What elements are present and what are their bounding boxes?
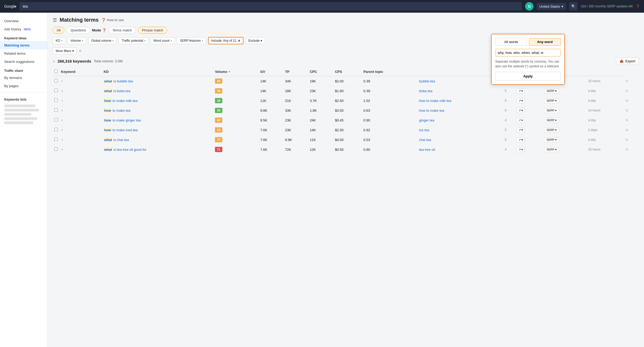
- sidebar-item-matching-terms[interactable]: Matching terms: [0, 41, 47, 49]
- global-volume-filter[interactable]: Global volume ▾: [88, 37, 117, 44]
- parent-topic-link[interactable]: tea tree oil: [419, 148, 435, 152]
- parent-topic-link[interactable]: bubble tea: [419, 79, 435, 83]
- sparkline-button[interactable]: ↗ ▾: [517, 128, 525, 133]
- kd-badge: 30: [215, 108, 222, 113]
- tab-terms-match[interactable]: Terms match: [108, 27, 136, 34]
- th-kd[interactable]: KD: [102, 67, 213, 76]
- refresh-icon[interactable]: ↻: [626, 118, 628, 122]
- serp-button[interactable]: SERP ▾: [544, 88, 559, 93]
- keyword-link[interactable]: how to make milk tea: [104, 99, 137, 103]
- sparkline-button[interactable]: ↗ ▾: [517, 108, 525, 113]
- row-refresh-cell: ↻: [624, 106, 639, 115]
- refresh-icon[interactable]: ↻: [626, 109, 628, 112]
- parent-topic-link[interactable]: how to make tea: [419, 109, 444, 112]
- traffic-potential-filter[interactable]: Traffic potential ▾: [119, 37, 148, 44]
- sidebar-item-search-suggestions[interactable]: Search suggestions: [0, 58, 47, 66]
- row-checkbox-3[interactable]: [54, 108, 58, 112]
- parent-topic-link[interactable]: ginger tea: [419, 118, 434, 122]
- sidebar-item-ads-history[interactable]: Ads history BETA: [0, 25, 47, 33]
- row-checkbox-0[interactable]: [54, 79, 58, 82]
- refresh-icon[interactable]: ↻: [626, 128, 628, 132]
- refresh-icon[interactable]: ↻: [626, 148, 628, 152]
- add-keyword-icon[interactable]: +: [61, 89, 63, 93]
- keyword-link[interactable]: how to make iced tea: [104, 128, 138, 132]
- sidebar-item-by-pages[interactable]: By pages: [0, 82, 47, 90]
- row-checkbox-4[interactable]: [54, 118, 58, 121]
- include-filter-close-icon[interactable]: ×: [238, 39, 240, 43]
- more-filters-button[interactable]: More filters ▾: [53, 48, 77, 54]
- any-word-toggle[interactable]: Any word: [529, 38, 561, 46]
- clear-filters-button[interactable]: ×: [79, 49, 81, 53]
- parent-topic-link[interactable]: chai tea: [419, 138, 431, 142]
- add-keyword-icon[interactable]: +: [61, 118, 63, 122]
- add-keyword-icon[interactable]: +: [61, 128, 63, 132]
- refresh-icon[interactable]: ↻: [626, 138, 628, 142]
- include-popup: All words Any word Separate multiple wor…: [491, 34, 565, 85]
- serp-button[interactable]: SERP ▾: [544, 108, 559, 113]
- region-selector[interactable]: United States ▾: [537, 3, 566, 10]
- add-keyword-icon[interactable]: +: [61, 138, 63, 142]
- refresh-icon[interactable]: ↻: [626, 99, 628, 103]
- parent-topic-link[interactable]: boba tea: [419, 89, 432, 93]
- keyword-link[interactable]: how to make ginger tea: [104, 118, 141, 123]
- add-keyword-icon[interactable]: +: [61, 79, 63, 83]
- row-cpc-cell: $1.60: [333, 86, 362, 96]
- refresh-icon[interactable]: ↻: [626, 79, 628, 83]
- engine-selector[interactable]: Google ▾: [4, 4, 16, 8]
- sparkline-button[interactable]: ↗ ▾: [517, 147, 525, 152]
- sparkline-button[interactable]: ↗ ▾: [517, 137, 525, 142]
- add-keyword-icon[interactable]: +: [61, 108, 63, 112]
- include-filter-button[interactable]: Include: Any of 11 ×: [208, 37, 243, 44]
- popup-apply-button[interactable]: Apply: [495, 72, 561, 81]
- search-button[interactable]: 🔍: [569, 2, 578, 11]
- include-keywords-input[interactable]: [495, 49, 561, 57]
- search-input[interactable]: [20, 2, 522, 11]
- parent-topic-link[interactable]: ice tea: [419, 128, 429, 132]
- add-keyword-icon[interactable]: +: [61, 147, 63, 152]
- row-volume-cell: 7.6K: [259, 145, 283, 154]
- sparkline-button[interactable]: ↗ ▾: [517, 88, 525, 93]
- th-volume[interactable]: Volume ▼: [213, 67, 259, 76]
- tab-all[interactable]: All: [53, 27, 64, 34]
- word-count-filter[interactable]: Word count ▾: [151, 37, 175, 44]
- serp-button[interactable]: SERP ▾: [544, 137, 559, 142]
- export-button[interactable]: 📤 Export: [616, 58, 639, 65]
- parent-topic-link[interactable]: how to make milk tea: [419, 99, 451, 103]
- row-checkbox-7[interactable]: [54, 147, 58, 151]
- row-checkbox-5[interactable]: [54, 128, 58, 131]
- th-select-all[interactable]: [53, 67, 59, 76]
- sparkline-button[interactable]: ↗ ▾: [517, 118, 525, 123]
- select-all-checkbox[interactable]: [54, 69, 58, 73]
- keyword-link[interactable]: how to make tea: [104, 108, 131, 113]
- hamburger-icon[interactable]: ☰: [53, 17, 57, 23]
- how-to-use-link[interactable]: ❓ How to use: [101, 18, 124, 22]
- sidebar-item-by-domains[interactable]: By domains: [0, 74, 47, 82]
- row-checkbox-1[interactable]: [54, 89, 58, 92]
- keyword-link[interactable]: what is tea tree oil good for: [104, 147, 146, 152]
- keyword-link[interactable]: what is chai tea: [104, 138, 129, 142]
- sidebar-item-overview[interactable]: Overview: [0, 17, 47, 25]
- serp-arrow-icon: ▾: [555, 128, 557, 132]
- serp-button[interactable]: SERP ▾: [544, 98, 559, 103]
- serp-button[interactable]: SERP ▾: [544, 147, 559, 152]
- table-row: + how to make iced tea 33 7.6K 23K 14K $…: [53, 125, 639, 135]
- exclude-filter-button[interactable]: Exclude ▾: [246, 37, 265, 44]
- all-words-toggle[interactable]: All words: [495, 38, 527, 46]
- sidebar-item-related-terms[interactable]: Related terms: [0, 49, 47, 58]
- help-icon[interactable]: ❓: [636, 4, 640, 8]
- sparkline-button[interactable]: ↗ ▾: [517, 98, 525, 103]
- serp-button[interactable]: SERP ▾: [544, 118, 559, 123]
- kd-filter[interactable]: KD ▾: [53, 37, 65, 44]
- row-kd-cell: 30: [213, 106, 259, 115]
- keyword-link[interactable]: what is boba tea: [104, 89, 130, 93]
- row-checkbox-2[interactable]: [54, 99, 58, 102]
- volume-filter[interactable]: Volume ▾: [68, 37, 86, 44]
- row-checkbox-6[interactable]: [54, 138, 58, 141]
- serp-button[interactable]: SERP ▾: [544, 128, 559, 133]
- tab-questions[interactable]: Questions: [66, 27, 90, 34]
- refresh-icon[interactable]: ↻: [626, 89, 628, 93]
- add-keyword-icon[interactable]: +: [61, 99, 63, 103]
- serp-features-filter[interactable]: SERP features ▾: [177, 37, 206, 44]
- keyword-link[interactable]: what is bubble tea: [104, 79, 133, 83]
- tab-phrase-match[interactable]: Phrase match: [138, 27, 167, 34]
